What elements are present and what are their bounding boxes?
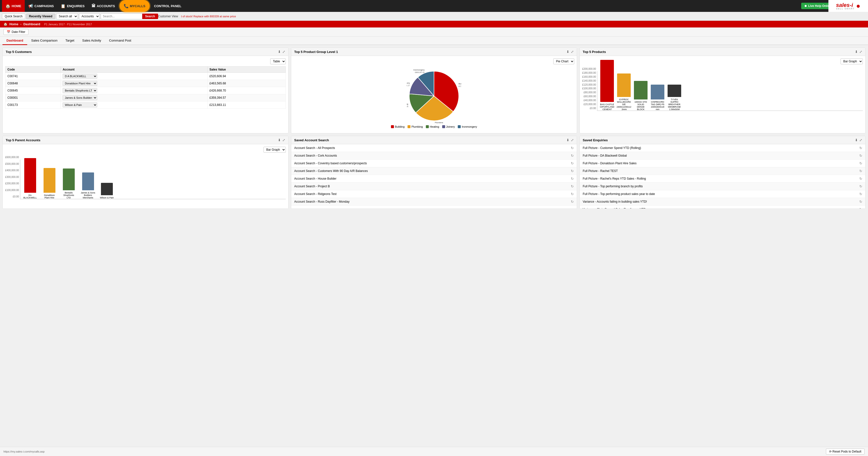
tab-sales-comparison[interactable]: Sales Comparison [27,37,61,45]
date-filter-button[interactable]: 📅 Date Filter [3,29,28,35]
account-select[interactable]: Wilson & Pain [63,102,97,108]
customer-account[interactable]: Donaldson Plant Hire [61,80,207,87]
list-item-label: Account Search - Project B [294,185,330,188]
search-button[interactable]: Search [142,13,158,19]
list-item-refresh[interactable]: ↻ [571,154,574,158]
saved-enquiries-download[interactable]: ⬇ [855,138,858,142]
nav-campaigns-label: CAMPAIGNS [34,4,54,8]
list-item-refresh[interactable]: ↻ [859,192,862,196]
productgroup-view-select[interactable]: Pie Chart [553,58,574,64]
list-item-refresh[interactable]: ↻ [571,200,574,204]
products-view-select[interactable]: Bar Graph [840,58,863,64]
pie-label: Ironmongery [413,69,425,71]
products-expand[interactable]: ⤢ [859,50,862,54]
search-scope-select[interactable]: Search all [56,13,78,19]
top5-productgroup-header: Top 5 Product Group Level 1 ⬇ ⤢ [291,48,577,56]
list-item-refresh[interactable]: ↻ [859,169,862,173]
products-download[interactable]: ⬇ [855,50,858,54]
search-input[interactable] [101,13,142,19]
list-item[interactable]: Account Search - House Builder ↻ [291,175,577,183]
main-grid: Top 5 Customers ⬇ ⤢ Table Code Account S… [0,45,868,211]
list-item[interactable]: Account Search - Ridgeons Test ↻ [291,190,577,198]
calendar-icon: 📅 [7,30,10,34]
bar-label: 100mm STD SOLID DENSE BLOCK [633,101,648,111]
list-item-label: Full Picture - Donaldson Plant Hire Sale… [583,161,637,165]
search-category-select[interactable]: Accounts [79,13,100,19]
parent-accounts-expand[interactable]: ⤢ [282,138,285,142]
list-item-label: Full Picture - DA Blackwell Global [583,154,627,157]
top5-customers-panel: Top 5 Customers ⬇ ⤢ Table Code Account S… [2,48,288,133]
list-item[interactable]: Account Search - Coventry based customer… [291,160,577,167]
tab-sales-activity[interactable]: Sales Activity [78,37,105,45]
recently-viewed-button[interactable]: Recently Viewed [26,13,55,19]
parent-accounts-download[interactable]: ⬇ [278,138,281,142]
list-item[interactable]: Full Picture - Customer Spend YTD (Rolli… [580,144,865,152]
nav-campaigns[interactable]: 📢 CAMPAIGNS [25,0,57,12]
nav-controlpanel[interactable]: CONTROL PANEL [151,0,185,12]
nav-mycalls[interactable]: 📞 MYCALLS [120,0,150,12]
list-item-refresh[interactable]: ↻ [571,177,574,181]
pie-chart-container: Building£2,503,010.57Plumbing£1,910,695.… [294,66,574,131]
saved-accounts-expand[interactable]: ⤢ [571,138,574,142]
list-item-refresh[interactable]: ↻ [571,169,574,173]
parent-accounts-view-select[interactable]: Bar Graph [264,147,286,153]
list-item[interactable]: Full Picture - Top performing product sa… [580,190,865,198]
list-item-refresh[interactable]: ↻ [859,154,862,158]
list-item-refresh[interactable]: ↻ [859,200,862,204]
list-item[interactable]: Account Search - Project B ↻ [291,183,577,190]
list-item[interactable]: Account Search - Russ Dayfilter - Monday… [291,198,577,206]
customer-account[interactable]: James & Sons Builders... [61,94,207,101]
list-item-refresh[interactable]: ↻ [859,146,862,150]
account-select[interactable]: Bentalis Shopfronts LTD [63,88,97,93]
list-item[interactable]: Variance - Accounts failing in building … [580,198,865,206]
list-item-refresh[interactable]: ↻ [571,146,574,150]
list-item-refresh[interactable]: ↻ [859,177,862,181]
bar-group: Wilson & Pain [100,183,114,199]
productgroup-expand[interactable]: ⤢ [571,50,574,54]
breadcrumb-home: Home [9,22,18,26]
customer-account[interactable]: Bentalis Shopfronts LTD [61,87,207,94]
nav-accounts[interactable]: 🏛 ACCOUNTS [88,0,119,12]
productgroup-download[interactable]: ⬇ [566,50,569,54]
pie-value: £2,503,010.57 [459,85,461,87]
nav-home[interactable]: 🏠 HOME [2,0,25,12]
y-axis-label: £0.00 [582,107,596,110]
list-item[interactable]: Account Search - Cork Accounts ↻ [291,152,577,160]
list-item[interactable]: Full Picture - Rachel's Reps YTD Sales -… [580,175,865,183]
saved-enquiries-expand[interactable]: ⤢ [859,138,862,142]
list-item-refresh[interactable]: ↻ [571,161,574,165]
customer-account[interactable]: Wilson & Pain [61,101,207,109]
list-item[interactable]: Full Picture - Donaldson Plant Hire Sale… [580,160,865,167]
tab-command-post[interactable]: Command Post [105,37,135,45]
list-item[interactable]: Variance - Chris Samuel Sales Rep figure… [580,206,865,209]
list-item[interactable]: Full Picture - Top performing branch by … [580,183,865,190]
list-item[interactable]: Full Picture - DA Blackwell Global ↻ [580,152,865,160]
nav-enquiries[interactable]: 📋 ENQUIRIES [57,0,88,12]
tab-dashboard[interactable]: Dashboard [2,37,27,45]
top5-customers-expand[interactable]: ⤢ [282,50,285,54]
list-item[interactable]: Account Search - All Prospects ↻ [291,144,577,152]
logo-area: sales-i SELL SMART ● [829,0,868,12]
top5-customers-download[interactable]: ⬇ [278,50,281,54]
customer-account[interactable]: D A BLACKWELL [61,73,207,80]
table-row: C00173 Wilson & Pain £213,883.11 [5,101,286,109]
customers-view-select[interactable]: Table [270,58,286,64]
saved-accounts-download[interactable]: ⬇ [566,138,569,142]
account-select[interactable]: James & Sons Builders... [63,95,97,100]
list-item-refresh[interactable]: ↻ [859,184,862,188]
list-item-refresh[interactable]: ↻ [571,192,574,196]
list-item[interactable]: Account Search - Customers With 90 Day A… [291,167,577,175]
list-item[interactable]: Full Picture - Rachel TEST ↻ [580,167,865,175]
account-select[interactable]: D A BLACKWELL [63,74,97,79]
list-item-refresh[interactable]: ↻ [859,161,862,165]
bar-label: TYVEK SUPRO BREATHER MEMBRANE 1.5Mx50M [667,98,682,111]
account-select[interactable]: Donaldson Plant Hire [63,81,97,86]
tab-target[interactable]: Target [61,37,78,45]
top5-customers-header: Top 5 Customers ⬇ ⤢ [3,48,288,56]
breadcrumb-date: P1 January 2017 · P11 November 2017 [44,23,92,26]
pie-swatch [407,125,410,128]
list-item-refresh[interactable]: ↻ [859,207,862,209]
quick-search-button[interactable]: Quick Search [2,13,25,19]
customer-code: C00173 [5,101,61,109]
list-item-refresh[interactable]: ↻ [571,184,574,188]
